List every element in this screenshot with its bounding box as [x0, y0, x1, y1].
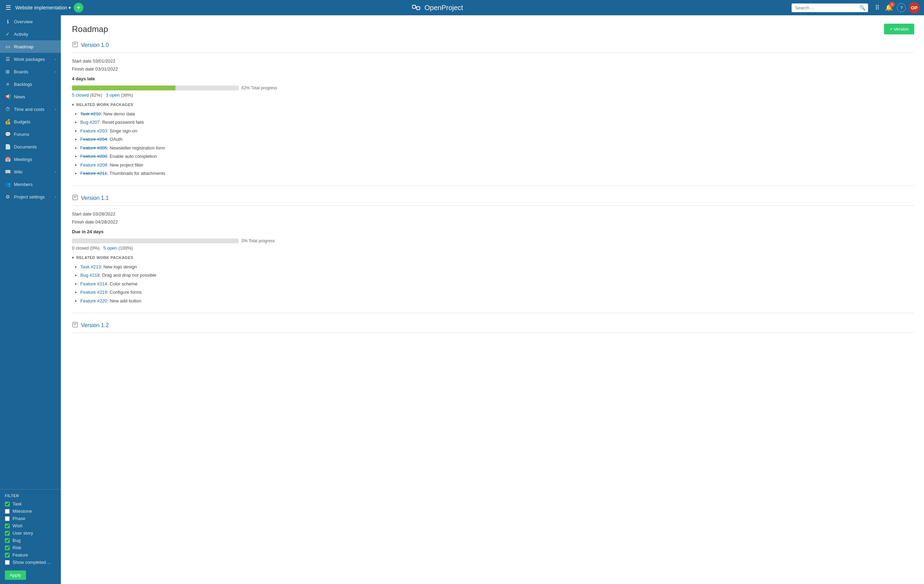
sidebar-item-documents[interactable]: 📄 Documents	[0, 141, 61, 153]
filter-show-completed[interactable]: Show completed ...	[5, 560, 56, 565]
topbar-actions: ⠿ 🔔 4 ? OP	[874, 2, 920, 13]
filter-wish-checkbox[interactable]	[5, 523, 10, 528]
logo: OpenProject	[86, 4, 789, 12]
wp-220-link[interactable]: Feature #220	[80, 298, 107, 303]
version-1-1-related-header[interactable]: ▾ RELATED WORK PACKAGES	[72, 255, 914, 260]
filter-wish[interactable]: Wish	[5, 523, 56, 528]
wp-219-link[interactable]: Feature #219	[80, 290, 107, 295]
version-1-0-status: 4 days late	[72, 76, 914, 81]
wp-204-link[interactable]: Feature #204	[80, 137, 107, 142]
version-1-0-open-link[interactable]: 3 open	[106, 93, 120, 98]
page-title: Roadmap	[72, 24, 108, 34]
version-1-1-link[interactable]: Version 1.1	[81, 195, 109, 201]
version-1-0-related-header[interactable]: ▾ RELATED WORK PACKAGES	[72, 103, 914, 107]
add-version-button[interactable]: + Version	[884, 24, 914, 35]
filter-user-story[interactable]: User story	[5, 531, 56, 536]
sidebar-item-wiki[interactable]: 📖 Wiki ›	[0, 165, 61, 178]
backlogs-icon: ≡	[5, 81, 10, 87]
filter-phase-checkbox[interactable]	[5, 516, 10, 521]
version-1-0-closed-link[interactable]: 5 closed	[72, 93, 89, 98]
apply-filter-button[interactable]: Apply	[5, 571, 26, 580]
wp-210-link[interactable]: Task #210	[80, 111, 101, 116]
sidebar-item-meetings[interactable]: 📅 Meetings	[0, 153, 61, 165]
version-1-0-link[interactable]: Version 1.0	[81, 42, 109, 48]
filter-task-checkbox[interactable]	[5, 501, 10, 506]
version-1-1-section: Version 1.1 Start date 03/28/2022 Finish…	[72, 194, 914, 313]
filter-risk-checkbox[interactable]	[5, 546, 10, 550]
filter-bug-checkbox[interactable]	[5, 538, 10, 543]
sidebar-item-time-and-costs[interactable]: ⏱ Time and costs ›	[0, 103, 61, 116]
filter-bug[interactable]: Bug	[5, 538, 56, 543]
documents-icon: 📄	[5, 144, 10, 149]
filter-user-story-checkbox[interactable]	[5, 531, 10, 536]
svg-rect-1	[417, 7, 420, 10]
sidebar-item-project-settings[interactable]: ⚙ Project settings ›	[0, 190, 61, 203]
sidebar-item-news[interactable]: 📢 News	[0, 90, 61, 103]
wp-205-link[interactable]: Feature #205	[80, 145, 107, 151]
version-1-0-progress-label: 62% Total progress	[241, 86, 277, 90]
search-input[interactable]	[792, 3, 868, 12]
roadmap-icon: ▭	[5, 44, 10, 50]
project-settings-arrow: ›	[54, 195, 56, 199]
boards-arrow: ›	[54, 69, 56, 74]
project-name: Website implementation	[15, 5, 67, 10]
wp-209-link[interactable]: Feature #209	[80, 162, 107, 167]
filter-show-completed-checkbox[interactable]	[5, 560, 10, 565]
wp-203-link[interactable]: Feature #203	[80, 128, 107, 134]
wp-214-link[interactable]: Feature #214	[80, 281, 107, 286]
help-button[interactable]: ?	[897, 3, 906, 12]
logo-text: OpenProject	[424, 4, 463, 12]
wp-208-link[interactable]: Feature #208	[80, 154, 107, 159]
settings-icon: ⚙	[5, 194, 10, 200]
project-selector[interactable]: Website implementation ▾	[15, 5, 71, 10]
hamburger-icon[interactable]: ☰	[4, 2, 13, 13]
filter-task[interactable]: Task	[5, 501, 56, 506]
content-area: Roadmap + Version Version 1.0 Start date…	[62, 15, 924, 584]
wp-218-link[interactable]: Bug #218	[80, 273, 100, 278]
wp-211-link[interactable]: Feature #211	[80, 171, 107, 176]
related-collapse-arrow-1-1: ▾	[72, 255, 74, 260]
sidebar-item-members[interactable]: 👥 Members	[0, 178, 61, 190]
filter-milestone-checkbox[interactable]	[5, 509, 10, 514]
version-1-1-meta: Start date 03/28/2022 Finish date 04/28/…	[72, 210, 914, 226]
wp-213-link[interactable]: Task #213	[80, 264, 101, 270]
sidebar-item-work-packages[interactable]: ☰ Work packages ›	[0, 53, 61, 65]
add-button[interactable]: +	[74, 3, 83, 13]
notifications-button[interactable]: 🔔 4	[884, 2, 894, 13]
version-1-1-header: Version 1.1	[72, 194, 914, 206]
filter-feature-checkbox[interactable]	[5, 553, 10, 558]
filter-feature[interactable]: Feature	[5, 553, 56, 558]
list-item: Feature #211: Thumbnails for attachments	[80, 170, 914, 177]
sidebar-item-activity[interactable]: ✓ Activity	[0, 28, 61, 40]
grid-icon-button[interactable]: ⠿	[874, 2, 881, 13]
filter-section: FILTER Task Milestone Phase Wish User st…	[0, 489, 61, 584]
sidebar-item-boards[interactable]: ⊞ Boards ›	[0, 65, 61, 78]
sidebar-item-forums[interactable]: 💬 Forums	[0, 128, 61, 141]
filter-risk[interactable]: Risk	[5, 545, 56, 550]
list-item: Bug #218: Drag and drop not possible	[80, 272, 914, 279]
list-item: Feature #203: Singe sign-on	[80, 127, 914, 134]
version-1-2-link[interactable]: Version 1.2	[81, 322, 109, 329]
sidebar-item-budgets[interactable]: 💰 Budgets	[0, 116, 61, 128]
work-packages-icon: ☰	[5, 56, 10, 62]
sidebar: ℹ Overview ✓ Activity ▭ Roadmap ☰ Work p…	[0, 15, 61, 584]
filter-title: FILTER	[5, 494, 56, 498]
sidebar-item-roadmap[interactable]: ▭ Roadmap	[0, 40, 61, 53]
sidebar-item-backlogs[interactable]: ≡ Backlogs	[0, 78, 61, 90]
filter-milestone[interactable]: Milestone	[5, 509, 56, 514]
members-icon: 👥	[5, 182, 10, 187]
wp-207-link[interactable]: Bug #207	[80, 119, 100, 125]
filter-phase[interactable]: Phase	[5, 516, 56, 521]
svg-rect-0	[412, 5, 416, 8]
version-1-1-open-link[interactable]: 5 open	[103, 245, 117, 251]
list-item: Feature #208: Enable auto completion	[80, 153, 914, 160]
avatar[interactable]: OP	[909, 2, 920, 13]
list-item: Feature #205: Newsletter registration fo…	[80, 145, 914, 152]
boards-icon: ⊞	[5, 69, 10, 74]
news-icon: 📢	[5, 94, 10, 99]
sidebar-item-overview[interactable]: ℹ Overview	[0, 15, 61, 28]
version-1-1-status: Due in 24 days	[72, 229, 914, 234]
logo-icon	[412, 4, 421, 12]
work-packages-arrow: ›	[54, 57, 56, 61]
list-item: Feature #220: New add button	[80, 298, 914, 304]
